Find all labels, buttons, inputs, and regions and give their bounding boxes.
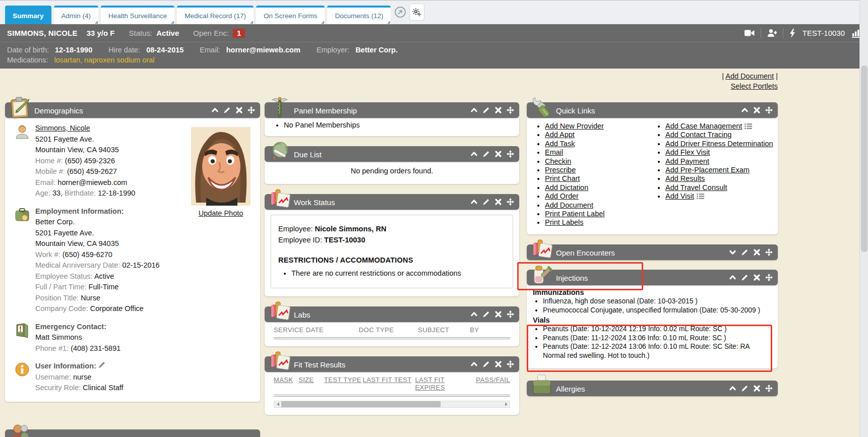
fit-col-test-type[interactable]: TEST TYPE <box>324 376 363 391</box>
tab-admin[interactable]: Admin (4) <box>54 6 99 24</box>
tab-health-surveillance[interactable]: Health Surveillance <box>101 6 174 24</box>
close-icon[interactable] <box>494 150 502 158</box>
edit-pencil-icon[interactable] <box>482 150 490 158</box>
quick-link[interactable]: Add Task <box>545 140 575 148</box>
add-person-icon[interactable] <box>767 29 777 37</box>
collapse-icon[interactable] <box>470 106 478 114</box>
move-handle-icon[interactable] <box>507 310 514 318</box>
close-icon[interactable] <box>235 106 243 114</box>
work-status-header[interactable]: Work Status <box>265 194 519 210</box>
collapse-icon[interactable] <box>729 385 736 392</box>
fit-col-last-fit-test[interactable]: LAST FIT TEST <box>363 376 415 391</box>
cutoff-portlet-header[interactable] <box>5 429 260 437</box>
scroll-left-arrow[interactable] <box>274 401 281 407</box>
allergies-header[interactable]: Allergies <box>527 381 778 396</box>
quick-link[interactable]: Add Visit <box>665 192 694 200</box>
list-menu-icon[interactable] <box>745 122 752 128</box>
edit-pencil-icon[interactable] <box>482 198 490 206</box>
move-handle-icon[interactable] <box>247 106 255 114</box>
close-icon[interactable] <box>494 106 502 114</box>
expand-icon[interactable] <box>729 248 736 256</box>
move-handle-icon[interactable] <box>507 150 514 158</box>
open-encounters-header[interactable]: Open Encounters <box>527 244 778 260</box>
quick-link[interactable]: Add New Provider <box>545 122 604 130</box>
update-photo-link[interactable]: Update Photo <box>199 209 243 217</box>
edit-pencil-icon[interactable] <box>741 274 749 281</box>
quick-link[interactable]: Add Contact Tracing <box>665 131 731 139</box>
quick-link[interactable]: Print Chart <box>545 174 580 182</box>
tab-summary[interactable]: Summary <box>5 6 51 24</box>
collapse-icon[interactable] <box>470 198 478 206</box>
fit-col-pass-fail[interactable]: PASS/FAIL <box>476 376 510 391</box>
due-list-header[interactable]: Due List <box>265 146 519 162</box>
quick-link[interactable]: Add Results <box>665 174 705 182</box>
select-portlets-link[interactable]: Select Portlets <box>731 82 778 90</box>
quick-link[interactable]: Add Flex Visit <box>665 148 710 156</box>
medication-link[interactable]: naproxen sodium oral <box>84 56 154 64</box>
scroll-right-arrow[interactable] <box>503 401 510 407</box>
edit-pencil-icon[interactable] <box>482 360 490 368</box>
tab-documents[interactable]: Documents (12) <box>327 6 391 24</box>
list-menu-icon[interactable] <box>697 193 704 198</box>
edit-pencil-icon[interactable] <box>98 361 105 368</box>
injections-header[interactable]: Injections <box>527 270 778 285</box>
close-icon[interactable] <box>753 248 761 256</box>
demographics-header[interactable]: Demographics <box>5 102 260 118</box>
quick-link[interactable]: Add Document <box>545 201 593 209</box>
patient-name-link[interactable]: Simmons, Nicole <box>35 124 90 132</box>
quick-link[interactable]: Email <box>545 148 563 156</box>
settings-gears-icon[interactable] <box>409 4 424 21</box>
quick-link[interactable]: Add Pre-Placement Exam <box>665 166 750 174</box>
video-call-icon[interactable] <box>745 29 755 37</box>
scrollbar-thumb[interactable] <box>281 401 441 407</box>
edit-pencil-icon[interactable] <box>741 385 749 392</box>
collapse-icon[interactable] <box>470 310 478 318</box>
collapse-icon[interactable] <box>470 360 478 368</box>
medication-link[interactable]: losartan <box>54 56 80 64</box>
edit-pencil-icon[interactable] <box>741 248 749 256</box>
quick-link[interactable]: Print Patient Label <box>545 210 605 218</box>
quick-link[interactable]: Add Appt <box>545 131 575 139</box>
collapse-icon[interactable] <box>470 150 478 158</box>
move-handle-icon[interactable] <box>765 274 773 281</box>
fit-col-size[interactable]: SIZE <box>298 376 324 391</box>
move-handle-icon[interactable] <box>765 106 773 114</box>
quick-link[interactable]: Add Payment <box>665 157 709 165</box>
quick-link[interactable]: Checkin <box>545 157 571 165</box>
close-icon[interactable] <box>494 310 502 318</box>
lightning-bolt-icon[interactable] <box>789 29 795 38</box>
quick-link[interactable]: Add Travel Consult <box>665 183 727 192</box>
tab-medical-record[interactable]: Medical Record (17) <box>177 6 254 24</box>
edit-pencil-icon[interactable] <box>482 106 490 114</box>
edit-pencil-icon[interactable] <box>223 106 231 114</box>
quick-links-header[interactable]: Quick Links <box>527 102 778 118</box>
quick-link[interactable]: Add Order <box>545 192 579 200</box>
fit-test-header[interactable]: Fit Test Results <box>265 356 519 372</box>
help-circle-icon[interactable] <box>395 7 406 18</box>
close-icon[interactable] <box>753 106 761 114</box>
panel-membership-header[interactable]: Panel Membership <box>265 102 519 118</box>
edit-pencil-icon[interactable] <box>482 310 490 318</box>
quick-link[interactable]: Add Case Management <box>665 122 742 130</box>
move-handle-icon[interactable] <box>507 360 514 368</box>
labs-header[interactable]: Labs <box>265 306 519 322</box>
tab-on-screen-forms[interactable]: On Screen Forms <box>256 6 325 24</box>
collapse-icon[interactable] <box>741 106 749 114</box>
quick-link[interactable]: Print Labels <box>545 218 584 226</box>
close-icon[interactable] <box>753 385 761 392</box>
quick-link[interactable]: Add Driver Fitness Determination <box>665 140 773 148</box>
horizontal-scrollbar[interactable] <box>274 401 510 408</box>
close-icon[interactable] <box>494 198 502 206</box>
close-icon[interactable] <box>494 360 502 368</box>
quick-link[interactable]: Add Dictation <box>545 183 588 192</box>
move-handle-icon[interactable] <box>507 106 514 114</box>
collapse-icon[interactable] <box>729 274 736 281</box>
quick-link[interactable]: Prescribe <box>545 166 576 174</box>
close-icon[interactable] <box>753 274 761 281</box>
move-handle-icon[interactable] <box>765 385 773 392</box>
vertical-scrollbar[interactable] <box>859 0 868 437</box>
move-handle-icon[interactable] <box>765 248 773 256</box>
scrollbar-thumb[interactable] <box>861 66 867 252</box>
fit-col-last-fit-expires[interactable]: LAST FIT EXPIRES <box>415 376 476 391</box>
fit-col-mask[interactable]: MASK <box>274 376 298 391</box>
